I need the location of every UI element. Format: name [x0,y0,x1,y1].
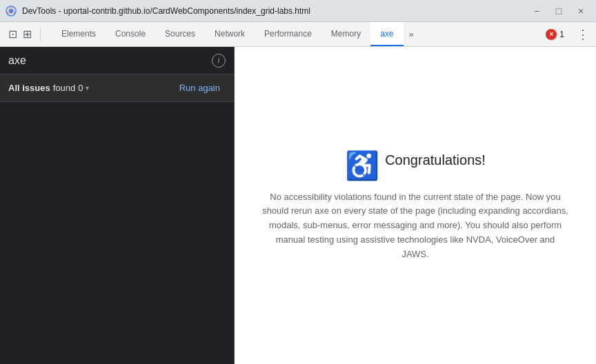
chrome-icon [6,6,17,17]
congratulations-container: ♿ Congratulations! No accessibility viol… [262,150,568,262]
minimize-button[interactable]: − [527,4,546,18]
axe-info-button[interactable]: i [212,54,226,68]
tab-more-button[interactable]: » [404,22,419,46]
issues-count: 0 [78,83,83,93]
title-bar: DevTools - uportal-contrib.github.io/Car… [0,0,596,22]
congratulations-title: Congratulations! [385,152,486,168]
tab-sources[interactable]: Sources [155,22,205,46]
wheelchair-icon: ♿ [345,150,379,182]
devtools-menu-button[interactable]: ⋮ [570,22,596,46]
devtools-tab-bar: ⊡ ⊞ Elements Console Sources Network Per… [0,22,596,47]
chevron-down-icon[interactable]: ▾ [86,84,89,92]
left-content-area [0,102,234,364]
window-controls: − □ × [527,4,590,18]
error-count: 1 [559,30,564,39]
tab-network[interactable]: Network [205,22,255,46]
window-title: DevTools - uportal-contrib.github.io/Car… [22,6,522,16]
left-panel: axe i All issues found 0 ▾ Run again [0,47,235,364]
tab-axe[interactable]: axe [370,22,403,46]
close-button[interactable]: × [571,4,590,18]
axe-header: axe i [0,47,234,74]
svg-point-1 [9,9,13,13]
error-x-icon: × [549,30,553,38]
tab-memory[interactable]: Memory [321,22,370,46]
axe-panel-title: axe [8,54,26,67]
issues-found-text: found [53,83,76,93]
issues-label: All issues found 0 ▾ [8,83,89,93]
run-again-button[interactable]: Run again [174,80,226,96]
tab-performance[interactable]: Performance [255,22,321,46]
devtools-body: axe i All issues found 0 ▾ Run again ♿ C… [0,47,596,364]
tab-console[interactable]: Console [106,22,155,46]
inspect-icon[interactable]: ⊡ [8,28,17,41]
device-icon[interactable]: ⊞ [23,28,32,41]
issues-toolbar: All issues found 0 ▾ Run again [0,74,234,102]
maximize-button[interactable]: □ [549,4,568,18]
error-count-icon: × [546,29,557,40]
congratulations-body: No accessibility violations found in the… [262,190,568,262]
tab-elements[interactable]: Elements [52,22,106,46]
right-panel: ♿ Congratulations! No accessibility viol… [235,47,596,364]
error-badge: × 1 [546,22,564,46]
issues-bold-label: All issues [8,83,50,93]
